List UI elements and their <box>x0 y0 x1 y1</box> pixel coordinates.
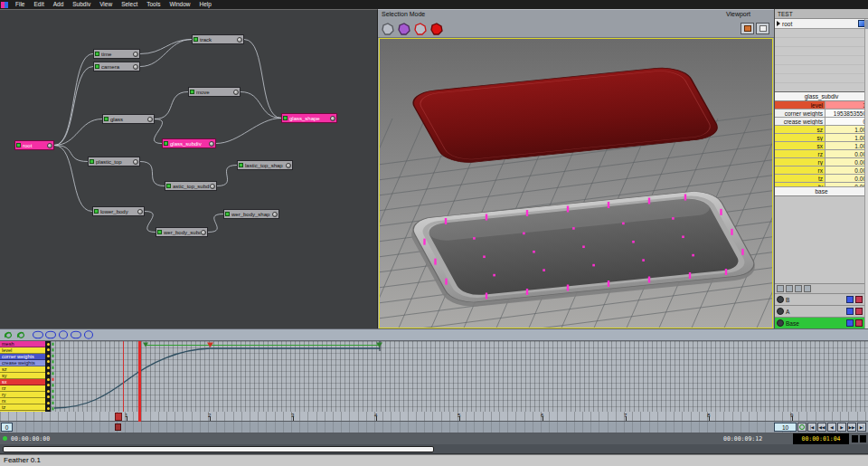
control-vertex[interactable] <box>533 251 535 253</box>
layer-row-base[interactable]: Base <box>775 317 864 328</box>
control-vertex[interactable] <box>526 289 528 295</box>
layer-row-a[interactable]: A <box>775 305 864 317</box>
layer-color-swatch-red[interactable] <box>855 296 863 303</box>
layer-row-b[interactable]: B <box>775 293 864 305</box>
control-vertex[interactable] <box>608 202 609 208</box>
layer-color-swatch-blue[interactable] <box>846 296 854 303</box>
timecode-button-1[interactable] <box>852 435 858 442</box>
control-vertex[interactable] <box>632 241 635 243</box>
node-input-port[interactable] <box>166 184 171 188</box>
menu-item-add[interactable]: Add <box>49 0 69 9</box>
node-plastic_top[interactable]: plastic_top <box>88 157 140 166</box>
property-value-field[interactable]: 1.00 <box>826 134 868 141</box>
property-value-field[interactable]: 3 <box>826 101 868 109</box>
layer-toolbar-button-2[interactable] <box>786 285 793 292</box>
viewport-toggle-button-1[interactable] <box>741 23 754 34</box>
control-vertex[interactable] <box>692 254 694 257</box>
horizontal-scrollbar[interactable] <box>0 444 868 454</box>
playbar-frame-marker[interactable] <box>115 423 121 431</box>
property-value-field[interactable]: 0.00 <box>826 158 868 166</box>
loop-button[interactable] <box>797 423 807 432</box>
playhead-secondary[interactable] <box>123 341 124 412</box>
node-time[interactable]: time <box>93 49 140 59</box>
transport-button-2[interactable]: ◀◀ <box>817 423 826 432</box>
property-value-field[interactable]: 1.00 <box>826 126 868 133</box>
control-vertex[interactable] <box>720 209 722 215</box>
control-vertex[interactable] <box>473 237 476 240</box>
control-vertex[interactable] <box>672 217 675 220</box>
menu-item-view[interactable]: View <box>95 0 117 9</box>
viewport-canvas[interactable] <box>379 38 773 328</box>
channel-rx[interactable]: rx <box>0 398 45 404</box>
control-vertex[interactable] <box>567 206 569 213</box>
node-input-port[interactable] <box>95 52 99 56</box>
node-input-port[interactable] <box>190 90 194 94</box>
control-vertex[interactable] <box>483 255 486 258</box>
channel-level[interactable]: level <box>0 347 45 354</box>
control-vertex[interactable] <box>592 264 595 267</box>
node-move[interactable]: move <box>188 87 241 97</box>
menu-item-subdiv[interactable]: Subdiv <box>68 0 95 9</box>
menu-item-file[interactable]: File <box>11 0 29 9</box>
control-vertex[interactable] <box>493 274 495 277</box>
menu-item-select[interactable]: Select <box>117 0 142 9</box>
property-value-field[interactable]: 0 <box>826 118 868 125</box>
layer-toolbar-button-4[interactable] <box>804 285 811 292</box>
timeline-panel[interactable]: meshlevelcorner weightscrease weightsszs… <box>0 341 868 412</box>
menu-item-edit[interactable]: Edit <box>29 0 48 9</box>
transport-button-3[interactable]: ◀ <box>827 423 836 432</box>
control-vertex[interactable] <box>523 233 525 235</box>
channel-rz[interactable]: rz <box>0 385 45 392</box>
node-lower_body_subdiv[interactable]: wer_body_subd <box>156 227 208 237</box>
channel-crease-weights[interactable]: crease weights <box>0 360 45 366</box>
control-vertex[interactable] <box>682 235 684 238</box>
end-frame-field[interactable]: 10 <box>774 423 797 432</box>
node-input-port[interactable] <box>16 143 21 147</box>
channel-sx[interactable]: sx <box>0 379 45 385</box>
channel-ry[interactable]: ry <box>0 392 45 398</box>
ellipse-tool-icon-3[interactable] <box>60 331 68 338</box>
scrollbar-thumb[interactable] <box>3 446 434 452</box>
layer-color-swatch-blue[interactable] <box>846 308 854 315</box>
ellipse-tool-icon-2[interactable] <box>46 331 56 338</box>
node-track[interactable]: track <box>192 34 244 44</box>
channel-tz[interactable]: tz <box>0 404 45 411</box>
control-vertex[interactable] <box>684 195 686 201</box>
node-input-port[interactable] <box>239 163 243 167</box>
control-vertex[interactable] <box>648 277 650 283</box>
transport-button-4[interactable]: ▶ <box>837 423 846 432</box>
property-value-field[interactable]: 0.00 <box>826 150 868 157</box>
control-vertex[interactable] <box>572 227 575 230</box>
viewport-toggle-button-2[interactable] <box>756 23 769 34</box>
node-plastic_top_subdiv[interactable]: astic_top_subd <box>165 181 217 191</box>
layer-toolbar-button-1[interactable] <box>777 285 784 292</box>
selection-mode-object-icon[interactable] <box>382 24 393 34</box>
ellipse-tool-icon-4[interactable] <box>71 331 81 338</box>
ellipse-tool-icon-5[interactable] <box>85 331 93 338</box>
control-vertex[interactable] <box>725 269 727 275</box>
node-lower_body[interactable]: lower_body <box>92 206 145 216</box>
frame-ruler[interactable]: 123456789 <box>0 412 868 422</box>
timeline-tracks[interactable] <box>51 341 868 412</box>
node-root[interactable]: root <box>14 140 54 150</box>
layer-toolbar-button-3[interactable] <box>795 285 802 292</box>
control-vertex[interactable] <box>445 279 447 285</box>
node-plastic_top_shape[interactable]: lastic_top_shap <box>237 160 293 170</box>
selection-mode-edge-icon[interactable] <box>399 24 410 34</box>
control-vertex[interactable] <box>622 223 625 225</box>
channel-sz[interactable]: sz <box>0 366 45 373</box>
node-lower_body_shape[interactable]: wer_body_shap <box>223 209 279 219</box>
transport-button-5[interactable]: ▶▶ <box>847 423 856 432</box>
node-input-port[interactable] <box>94 209 99 214</box>
playhead[interactable] <box>138 341 141 422</box>
control-vertex[interactable] <box>542 269 545 271</box>
right-panel-scrollbar[interactable] <box>864 19 868 328</box>
layer-color-swatch-red[interactable] <box>855 319 863 327</box>
control-vertex[interactable] <box>731 229 732 235</box>
property-value-field[interactable]: 0.00 <box>826 183 868 186</box>
layer-color-swatch-blue[interactable] <box>846 319 854 327</box>
control-vertex[interactable] <box>486 293 487 300</box>
control-vertex[interactable] <box>526 210 528 216</box>
node-input-port[interactable] <box>164 141 168 146</box>
property-value-field[interactable]: 0.00 <box>826 175 868 182</box>
